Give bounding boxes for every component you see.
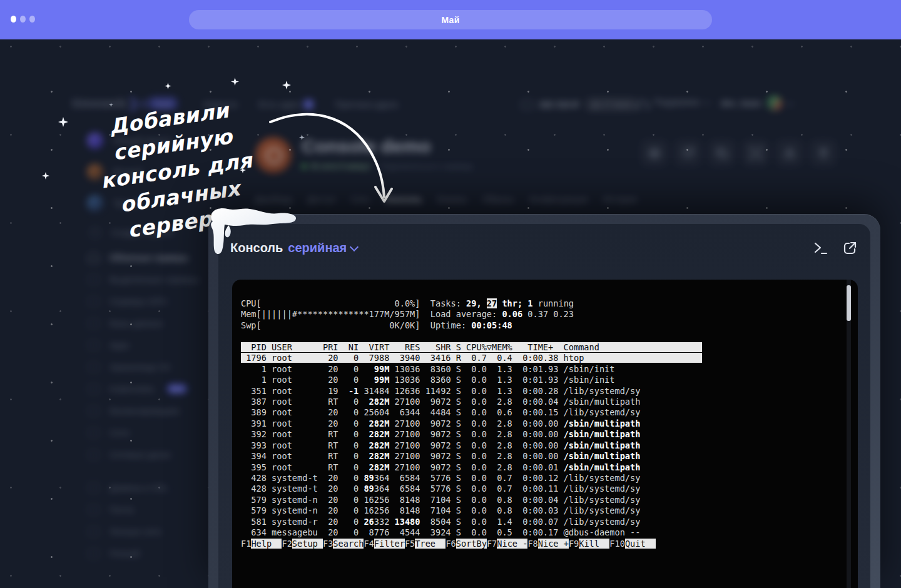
window-dot[interactable] [29, 16, 35, 23]
terminal-line: 1 root 20 0 99M 13036 8360 S 0.0 1.3 0:0… [241, 364, 702, 375]
terminal-line: CPU[ 0.0%] Tasks: 29, 27 thr; 1 running [241, 298, 702, 309]
serial-console-terminal[interactable]: CPU[ 0.0%] Tasks: 29, 27 thr; 1 runningM… [232, 280, 858, 588]
window-dots [11, 16, 35, 23]
terminal-line: 394 root RT 0 282M 27100 9072 S 0.0 2.8 … [241, 451, 702, 462]
terminal-scrollbar-thumb[interactable] [847, 285, 851, 321]
terminal-line: 634 messagebu 20 0 8776 4544 3924 S 0.0 … [241, 527, 702, 538]
terminal-line: 579 systemd-n 20 0 16256 8148 7104 S 0.0… [241, 505, 702, 516]
terminal-line: 393 root RT 0 282M 27100 9072 S 0.0 2.8 … [241, 440, 702, 451]
terminal-line: 1796 root 20 0 7988 3940 3416 R 0.7 0.4 … [241, 353, 702, 363]
terminal-line: 395 root RT 0 282M 27100 9072 S 0.0 2.8 … [241, 462, 702, 473]
terminal-scrollbar-track [847, 280, 851, 588]
screenshot-stage: timeweb❯cloud PaaS НовостиЕсть идея4Приг… [0, 0, 901, 588]
open-in-new-window-icon[interactable] [842, 240, 858, 256]
terminal-line: 389 root 20 0 25604 6344 4484 S 0.0 0.6 … [241, 407, 702, 418]
console-mode-label: серийная [288, 241, 347, 255]
console-panel-header: Консоль серийная [230, 240, 858, 256]
month-progress-pill: Май [189, 10, 712, 29]
terminal-line: PID USER PRI NI VIRT RES SHR S CPU%▽MEM%… [241, 342, 702, 353]
terminal-line: 1 root 20 0 99M 13036 8360 S 0.0 1.3 0:0… [241, 375, 702, 385]
console-title: Консоль [230, 241, 283, 255]
terminal-line: F1Help F2Setup F3SearchF4FilterF5Tree F6… [241, 539, 702, 549]
terminal-line: 579 systemd-n 20 0 16256 8148 7104 S 0.0… [241, 495, 702, 505]
terminal-line: Swp[ 0K/0K] Uptime: 00:05:48 [241, 320, 702, 331]
window-dot[interactable] [11, 16, 16, 23]
window-dot[interactable] [20, 16, 26, 23]
chevron-down-icon [350, 242, 359, 251]
terminal-output: CPU[ 0.0%] Tasks: 29, 27 thr; 1 runningM… [241, 298, 702, 549]
terminal-line: 387 root RT 0 282M 27100 9072 S 0.0 2.8 … [241, 397, 702, 407]
terminal-line: 351 root 19 -1 31484 12636 11492 S 0.0 1… [241, 386, 702, 397]
terminal-line [241, 331, 702, 342]
terminal-line: 392 root RT 0 282M 27100 9072 S 0.0 2.8 … [241, 429, 702, 440]
terminal-line: 428 systemd-t 20 0 89364 6584 5776 S 0.0… [241, 484, 702, 494]
terminal-line: 391 root 20 0 282M 27100 9072 S 0.0 2.8 … [241, 418, 702, 429]
terminal-icon[interactable] [812, 240, 828, 256]
story-top-bar: Май [0, 0, 901, 39]
terminal-line: Mem[||||||#**************177M/957M] Load… [241, 309, 702, 320]
console-mode-dropdown[interactable]: серийная [288, 241, 357, 255]
terminal-line: 581 systemd-r 20 0 26332 13480 8504 S 0.… [241, 517, 702, 527]
terminal-line: 428 systemd-t 20 0 89364 6584 5776 S 0.0… [241, 473, 702, 484]
